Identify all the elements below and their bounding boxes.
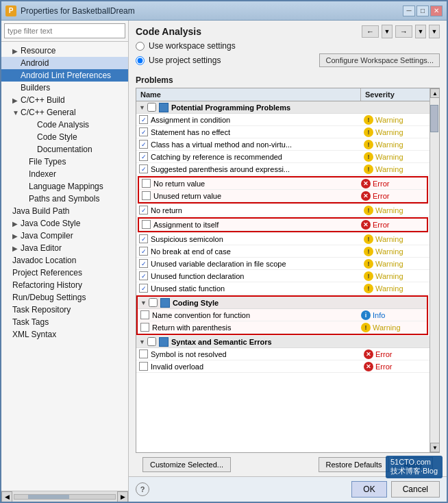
dialog-bottom: ? OK Cancel <box>129 476 447 502</box>
row-check[interactable] <box>139 284 148 293</box>
warning-icon: ! <box>361 323 371 332</box>
table-row: Assignment in condition ! Warning <box>136 114 430 126</box>
sidebar-item-code-analysis[interactable]: ▶ Code Analysis <box>1 119 128 131</box>
section-potential[interactable]: ▼ Potential Programming Problems <box>136 101 430 114</box>
row-check[interactable] <box>139 206 148 214</box>
sidebar-scrollbar[interactable]: ◀ ▶ <box>1 491 128 502</box>
sidebar-item-android[interactable]: Android <box>1 57 128 69</box>
row-check[interactable] <box>139 247 148 256</box>
right-panel: Code Analysis ← ▼ → ▼ ▼ Use workspace se… <box>129 21 447 502</box>
configure-workspace-btn[interactable]: Configure Workspace Settings... <box>319 53 440 67</box>
sidebar-item-builders[interactable]: Builders <box>1 82 128 94</box>
radio-workspace[interactable] <box>136 42 145 51</box>
apply-btn[interactable]: Apply <box>393 457 433 472</box>
sidebar-item-language-mappings[interactable]: Language Mappings <box>1 180 128 193</box>
search-box <box>1 21 128 42</box>
sidebar-item-cpp-build[interactable]: ▶ C/C++ Build <box>1 94 128 106</box>
row-check[interactable] <box>139 115 148 124</box>
warning-icon: ! <box>364 152 373 162</box>
table-row: No break at end of case ! Warning <box>136 245 430 258</box>
sidebar-item-javadoc-location[interactable]: Javadoc Location <box>1 254 128 267</box>
problems-table: Name Severity ▼ Potential <box>136 88 430 452</box>
restore-defaults-btn[interactable]: Restore Defaults <box>319 457 390 472</box>
row-check[interactable] <box>142 191 151 200</box>
section-coding-style[interactable]: ▼ Coding Style <box>138 297 427 309</box>
error-icon: ✕ <box>364 362 373 371</box>
row-check[interactable] <box>139 164 148 173</box>
problems-table-wrapper: Name Severity ▼ Potential <box>136 88 440 453</box>
sidebar-item-refactoring-history[interactable]: Refactoring History <box>1 279 128 291</box>
sidebar-item-project-references[interactable]: Project References <box>1 267 128 279</box>
warning-icon: ! <box>364 140 373 149</box>
table-body[interactable]: ▼ Potential Programming Problems <box>136 101 430 452</box>
sidebar-item-cpp-general[interactable]: ▼ C/C++ General <box>1 106 128 119</box>
panel-header: Code Analysis ← ▼ → ▼ ▼ <box>129 21 447 41</box>
search-input[interactable] <box>4 23 125 38</box>
row-check[interactable] <box>139 127 148 136</box>
title-bar: P Properties for BasketballDream ─ □ ✕ <box>1 1 447 21</box>
table-row: Suggested parenthesis around expressi...… <box>136 163 430 175</box>
cancel-btn[interactable]: Cancel <box>391 481 440 498</box>
row-check[interactable] <box>140 323 149 332</box>
window-icon: P <box>5 5 16 16</box>
section-syntax-check[interactable] <box>147 337 156 346</box>
ok-btn[interactable]: OK <box>351 481 386 498</box>
section-syntax-label: Syntax and Semantic Errors <box>171 338 272 346</box>
nav-forward-dropdown[interactable]: ▼ <box>415 25 426 38</box>
nav-menu-dropdown[interactable]: ▼ <box>429 25 440 38</box>
sidebar-item-java-code-style[interactable]: ▶ Java Code Style <box>1 217 128 230</box>
row-check[interactable] <box>139 362 148 371</box>
row-check[interactable] <box>139 152 148 161</box>
section-coding-check[interactable] <box>149 298 158 307</box>
sidebar-item-android-lint[interactable]: Android Lint Preferences <box>1 69 128 82</box>
sidebar-item-task-repository[interactable]: Task Repository <box>1 304 128 316</box>
sidebar-item-documentation[interactable]: ▶ Documentation <box>1 143 128 156</box>
sidebar-item-file-types[interactable]: File Types <box>1 156 128 168</box>
warning-icon: ! <box>364 127 373 137</box>
scroll-left-btn[interactable]: ◀ <box>1 491 12 502</box>
sidebar-item-indexer[interactable]: Indexer <box>1 168 128 180</box>
row-check[interactable] <box>139 271 148 280</box>
row-check[interactable] <box>140 310 149 319</box>
warning-icon: ! <box>364 259 373 269</box>
section-potential-check[interactable] <box>147 103 156 112</box>
sidebar-item-java-compiler[interactable]: ▶ Java Compiler <box>1 230 128 242</box>
customize-btn[interactable]: Customize Selected... <box>142 457 231 472</box>
sidebar-item-java-editor[interactable]: ▶ Java Editor <box>1 242 128 254</box>
radio-group: Use workspace settings Use project setti… <box>136 41 440 70</box>
nav-forward-btn[interactable]: → <box>395 25 412 38</box>
row-check[interactable] <box>139 259 148 268</box>
row-check[interactable] <box>139 234 148 243</box>
scroll-right-btn[interactable]: ▶ <box>117 491 128 502</box>
row-check[interactable] <box>142 220 151 229</box>
help-icon[interactable]: ? <box>136 482 149 496</box>
panel-content: Use workspace settings Use project setti… <box>129 41 447 476</box>
sidebar-item-task-tags[interactable]: Task Tags <box>1 316 128 328</box>
nav-back-btn[interactable]: ← <box>362 25 379 38</box>
sidebar-item-code-style[interactable]: ▶ Code Style <box>1 131 128 143</box>
section-coding-label: Coding Style <box>173 299 219 307</box>
sidebar-item-java-build-path[interactable]: Java Build Path <box>1 205 128 217</box>
sidebar-item-xml-syntax[interactable]: XML Syntax <box>1 328 128 341</box>
scroll-up-btn[interactable]: ▲ <box>430 88 440 98</box>
table-scrollbar[interactable]: ▲ ▼ <box>430 88 439 452</box>
row-check[interactable] <box>139 140 148 149</box>
sidebar-item-run-debug[interactable]: Run/Debug Settings <box>1 291 128 304</box>
maximize-button[interactable]: □ <box>416 5 429 16</box>
radio-project[interactable] <box>136 56 145 65</box>
coding-style-highlight: ▼ Coding Style <box>136 295 428 335</box>
nav-back-dropdown[interactable]: ▼ <box>382 25 393 38</box>
sidebar-item-resource[interactable]: ▶ Resource <box>1 45 128 57</box>
close-button[interactable]: ✕ <box>430 5 443 16</box>
row-check[interactable] <box>142 179 151 188</box>
section-syntax-semantic[interactable]: ▼ Syntax and Semantic Errors <box>136 336 430 348</box>
minimize-button[interactable]: ─ <box>403 5 415 16</box>
section-icon <box>159 103 169 112</box>
radio-workspace-label: Use workspace settings <box>149 41 236 51</box>
scroll-down-btn[interactable]: ▼ <box>430 443 440 452</box>
col-severity: Severity <box>361 88 430 101</box>
table-row: Statement has no effect ! Warning <box>136 126 430 138</box>
row-check[interactable] <box>139 349 148 358</box>
sidebar-item-paths-symbols[interactable]: Paths and Symbols <box>1 193 128 205</box>
highlight-group-1: No return value ✕ Error <box>138 176 428 204</box>
